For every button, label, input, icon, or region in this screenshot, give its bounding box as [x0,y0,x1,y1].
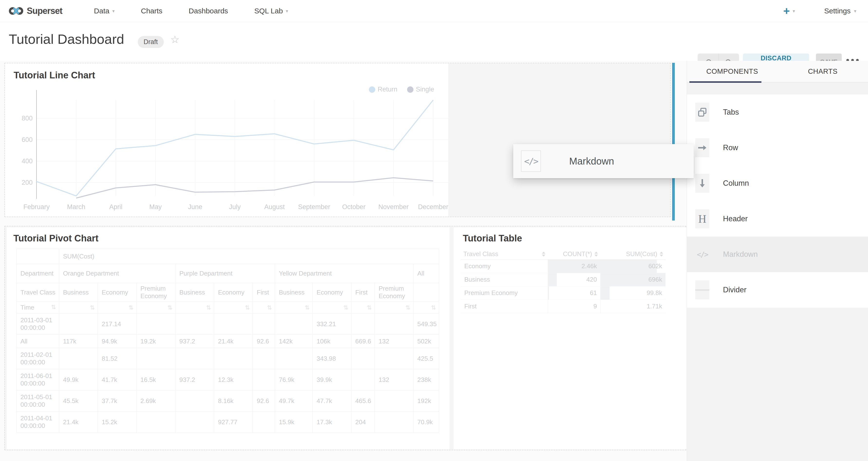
favorite-star-icon[interactable]: ☆ [170,34,180,45]
pivot-cell: 238k [413,369,439,391]
pivot-cell [59,348,98,369]
superset-app: Superset Data▾ChartsDashboardsSQL Lab▾ +… [0,0,868,461]
pivot-chart-card[interactable]: Tutorial Pivot Chart SUM(Cost)Department… [6,227,450,449]
chevron-down-icon: ▾ [112,8,115,13]
plus-icon: + [783,5,790,17]
sum-cell: 99.8k [600,286,665,300]
sort-icon[interactable]: ⇅ [367,304,373,311]
pivot-cell: 549.35 [413,313,439,335]
builder-panel: COMPONENTSCHARTS TabsRowColumnHHeader</>… [687,61,868,461]
component-item-row[interactable]: Row [687,130,868,165]
pivot-cell [351,369,375,391]
sort-icon[interactable]: ⇅ [90,304,96,311]
dragged-markdown-card[interactable]: </> Markdown [513,144,694,178]
table-row: Business420696k [461,273,665,286]
sort-icon[interactable]: ⇅ [405,304,412,311]
svg-text:November: November [378,203,409,211]
panel-tab-charts[interactable]: CHARTS [777,61,868,82]
pivot-cell: 465.6 [351,391,375,411]
pivot-cell [375,391,413,411]
pivot-col-header: Economy [214,283,253,302]
svg-text:March: March [67,203,85,211]
pivot-cell: 81.52 [98,348,136,369]
line-chart-card[interactable]: Tutorial Line Chart ReturnSingle 2004006… [5,63,448,217]
pivot-cell [214,313,253,335]
column-header[interactable]: SUM(Cost) [600,249,665,259]
pivot-cell [351,313,375,335]
pivot-cell [176,313,214,335]
column-header[interactable]: Travel Class [461,249,548,259]
svg-text:800: 800 [22,115,33,122]
pivot-cell: 49.9k [59,369,98,391]
pivot-cell [136,411,176,433]
pivot-cell: 927.77 [214,411,253,433]
pivot-cell: 2.69k [136,391,176,411]
column-icon [695,174,709,193]
sort-icon[interactable]: ⇅ [431,304,437,311]
component-item-markdown[interactable]: </>Markdown [687,237,868,272]
count-cell: 9 [548,300,600,313]
component-label: Column [723,179,749,188]
pivot-cell: 8.16k [214,391,253,411]
pivot-cell [176,391,214,411]
pivot-row-label: 2011-06-01 00:00:00 [17,369,59,391]
component-item-column[interactable]: Column [687,165,868,201]
sort-icon[interactable]: ⇅ [267,304,273,311]
page-title[interactable]: Tutorial Dashboard [9,31,124,47]
pivot-cell: 106k [313,335,351,348]
pivot-row-label: 2011-04-01 00:00:00 [17,411,59,433]
component-item-tabs[interactable]: Tabs [687,94,868,130]
markdown-icon: </> [521,150,541,172]
component-item-divider[interactable]: Divider [687,272,868,308]
pivot-col-header: First [351,283,375,302]
count-cell: 61 [548,286,600,300]
svg-text:June: June [188,203,203,211]
nav-item-data[interactable]: Data▾ [94,7,115,15]
sort-icon[interactable] [594,252,598,256]
pivot-cell: 117k [59,335,98,348]
nav-item-sql-lab[interactable]: SQL Lab▾ [254,7,288,15]
pivot-cell [253,348,275,369]
pivot-cell: 12.3k [214,369,253,391]
sort-icon[interactable]: ⇅ [167,304,174,311]
pivot-cell: 92.6 [253,335,275,348]
superset-logo[interactable]: Superset [9,5,62,17]
pivot-cell: 19.2k [136,335,176,348]
pivot-cell: 15.2k [98,411,136,433]
column-header[interactable]: COUNT(*) [548,249,600,259]
settings-menu[interactable]: Settings ▾ [824,7,856,15]
nav-item-charts[interactable]: Charts [141,7,162,15]
pivot-cell: 49.7k [275,391,313,411]
panel-tab-components[interactable]: COMPONENTS [687,61,777,82]
pivot-cell [136,348,176,369]
pivot-row-label: All [17,335,59,348]
table-row: Economy2.46k602k [461,259,665,273]
tabs-icon [695,103,709,122]
component-item-header[interactable]: HHeader [687,201,868,237]
sort-icon[interactable] [660,252,663,256]
table-chart-card[interactable]: Tutorial Table Travel ClassCOUNT(*)SUM(C… [454,227,687,449]
pivot-cell [214,348,253,369]
chevron-down-icon: ▾ [286,8,288,13]
sort-icon[interactable]: ⇅ [206,304,212,311]
chevron-down-icon: ▾ [793,8,795,13]
sort-icon[interactable]: ⇅ [51,304,57,311]
sort-icon[interactable] [542,252,545,256]
line-chart-plot: 200400600800FebruaryMarchAprilMayJuneJul… [5,63,448,217]
pivot-col-header: Business [59,283,98,302]
drop-indicator [672,63,675,220]
sort-icon[interactable]: ⇅ [305,304,311,311]
nav-item-dashboards[interactable]: Dashboards [189,7,228,15]
sort-icon[interactable]: ⇅ [128,304,135,311]
travel-class-cell: Economy [461,259,548,273]
pivot-col-header [413,283,439,302]
pivot-cell [136,313,176,335]
pivot-dimension-label: Department [17,264,59,283]
pivot-cell: 204 [351,411,375,433]
sort-icon[interactable]: ⇅ [245,304,251,311]
pivot-group-header: All [413,264,439,283]
pivot-cell: 937.2 [176,369,214,391]
pivot-metric-header: SUM(Cost) [59,249,439,264]
new-item-button[interactable]: + ▾ [783,5,795,17]
sort-icon[interactable]: ⇅ [343,304,350,311]
